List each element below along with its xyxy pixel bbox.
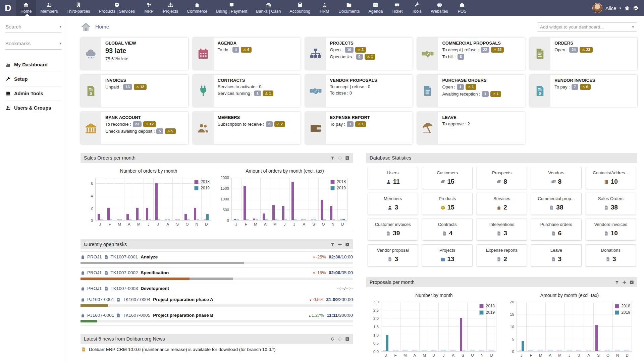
stat-card-leave[interactable]: Leave3 (531, 244, 581, 266)
nav-item-members[interactable]: Members (36, 0, 62, 16)
warning-badge[interactable]: ⚠4 (241, 47, 252, 53)
widget-commercial-proposals[interactable]: COMMERCIAL PROPOSALSTo accept | refuse :… (417, 38, 525, 70)
nav-item-mrp[interactable]: MRP (139, 0, 159, 16)
project-link[interactable]: PROJ1 (87, 254, 102, 259)
warning-badge[interactable]: ⚠1 (263, 90, 273, 96)
warning-badge[interactable]: ⚠2 (355, 47, 366, 53)
sidebar-item-admin-tools[interactable]: Admin Tools (5, 86, 61, 101)
widget-purchase-orders[interactable]: PURCHASE ORDERSOpen :1⚠1Awaiting recepti… (417, 75, 525, 107)
widget-projects[interactable]: PROJECTSOpen :10⚠2Open tasks :9⚠1 (305, 38, 413, 70)
nav-item-agenda[interactable]: Agenda (364, 0, 387, 16)
stat-card-customer-invoices[interactable]: Customer invoices39 (368, 219, 418, 241)
stat-card-expense-reports[interactable]: Expense reports2 (477, 244, 527, 266)
warning-badge[interactable]: ⚠1 (490, 91, 501, 97)
sidebar-item-users-groups[interactable]: Users & Groups (5, 101, 61, 115)
task-ref-link[interactable]: TK1607-0004 (123, 297, 150, 302)
stat-card-customers[interactable]: Customers15 (422, 167, 472, 189)
widget-bank-account[interactable]: BANK ACCOUNTTo reconcile :23⚠12Checks aw… (80, 112, 188, 144)
nav-item-projects[interactable]: Projects (159, 0, 182, 16)
nav-item-third-parties[interactable]: Third-parties (62, 0, 94, 16)
warning-badge[interactable]: ⚠12 (134, 84, 147, 90)
nav-item-products-services[interactable]: Products | Services (95, 0, 139, 16)
task-ref-link[interactable]: TK1607-0005 (123, 313, 150, 318)
close-icon[interactable] (345, 242, 350, 247)
sidebar-item-my-dashboard[interactable]: My Dashboard (5, 58, 61, 72)
refresh-icon[interactable] (330, 337, 335, 341)
app-logo[interactable]: D (0, 0, 16, 16)
nav-item-billing-payment[interactable]: Billing | Payment (212, 0, 252, 16)
stat-card-sales-orders[interactable]: Sales Orders38 (586, 193, 636, 215)
count-badge[interactable]: 9 (356, 54, 363, 60)
filter-icon[interactable] (615, 280, 619, 285)
warning-badge[interactable]: ⚠6 (580, 84, 591, 90)
task-ref-link[interactable]: TK1007-0001 (111, 254, 138, 259)
count-badge[interactable]: 13 (123, 84, 132, 90)
bug-icon[interactable] (624, 5, 630, 11)
warning-badge[interactable]: ⚠1 (365, 54, 375, 60)
count-badge[interactable]: 6 (458, 54, 464, 60)
nav-item-pos[interactable]: POS (452, 0, 472, 16)
add-widget-select[interactable]: Add widget to your dashboard... ▾ (537, 22, 637, 32)
nav-item-websites[interactable]: Websites (426, 0, 452, 16)
stat-card-projects[interactable]: Projects13 (422, 244, 472, 266)
nav-item-ticket[interactable]: Ticket (387, 0, 407, 16)
stat-card-donations[interactable]: Donations3 (586, 244, 636, 266)
widget-vendor-proposals[interactable]: VENDOR PROPOSALSTo accept | refuse : 0To… (305, 75, 413, 107)
task-ref-link[interactable]: TK1007-0002 (111, 270, 138, 275)
nav-item-banks-cash[interactable]: Banks | Cash (252, 0, 285, 16)
project-link[interactable]: PROJ1 (87, 270, 102, 275)
task-ref-link[interactable]: TK1007-0003 (111, 286, 138, 291)
search-dropdown[interactable]: Search ▾ (5, 24, 61, 33)
chevron-down-icon[interactable]: ▾ (619, 6, 621, 10)
widget-global-view[interactable]: GLOBAL VIEW93 late75.61% late (80, 38, 188, 70)
move-icon[interactable] (622, 280, 627, 285)
warning-badge[interactable]: ⚠12 (143, 121, 156, 127)
count-badge[interactable]: 1 (457, 84, 464, 90)
nav-item-commerce[interactable]: Commerce (182, 0, 212, 16)
move-icon[interactable] (338, 242, 342, 247)
news-item-title[interactable]: Dolibarr ERP CRM 10.0.6 (maintenance rel… (89, 347, 276, 352)
stat-card-vendors-invoices[interactable]: Vendors invoices10 (586, 219, 636, 241)
count-badge[interactable]: 5 (156, 128, 163, 134)
warning-badge[interactable]: ⚠23 (580, 47, 592, 53)
stat-card-interventions[interactable]: Interventions3 (477, 219, 527, 241)
nav-item-accounting[interactable]: Accounting (285, 0, 315, 16)
nav-item-tools[interactable]: Tools (407, 0, 426, 16)
user-avatar[interactable] (592, 3, 602, 13)
project-link[interactable]: PROJ1 (87, 286, 102, 291)
count-badge[interactable]: 2 (266, 121, 273, 127)
widget-leave[interactable]: LEAVETo approve : 2 (417, 112, 525, 144)
count-badge[interactable]: 22 (481, 47, 489, 53)
bookmarks-dropdown[interactable]: Bookmarks ▾ (5, 41, 61, 50)
widget-contracts[interactable]: CONTRACTSServices to activate : 0Service… (193, 75, 301, 107)
nav-item-documents[interactable]: Documents (334, 0, 364, 16)
nav-item-hrm[interactable]: HRM (315, 0, 334, 16)
count-badge[interactable]: 1 (254, 90, 261, 96)
stat-card-products[interactable]: Products15 (422, 193, 472, 215)
user-name[interactable]: Alice (605, 5, 616, 11)
count-badge[interactable]: 24 (569, 47, 578, 53)
project-link[interactable]: PJ1607-0001 (87, 297, 114, 302)
count-badge[interactable]: 23 (133, 121, 142, 127)
move-icon[interactable] (338, 156, 342, 160)
sidebar-item-setup[interactable]: Setup (5, 72, 61, 86)
project-link[interactable]: PJ1607-0001 (87, 313, 114, 318)
stat-card-contracts[interactable]: Contracts4 (422, 219, 472, 241)
close-icon[interactable] (345, 337, 350, 341)
count-badge[interactable]: 7 (572, 84, 578, 90)
stat-card-users[interactable]: Users11 (368, 167, 418, 189)
widget-members[interactable]: MEMBERSSubscription to receive :2⚠2 (193, 112, 301, 144)
count-badge[interactable]: 4 (232, 47, 239, 53)
move-icon[interactable] (338, 337, 342, 341)
filter-icon[interactable] (330, 242, 335, 247)
widget-expense-report[interactable]: EXPENSE REPORTTo pay :1⚠1 (305, 112, 413, 144)
warning-badge[interactable]: ⚠1 (466, 84, 476, 90)
close-icon[interactable] (345, 156, 350, 160)
count-badge[interactable]: 1 (482, 91, 489, 97)
breadcrumb[interactable]: Home (95, 24, 109, 30)
stat-card-members[interactable]: Members3 (368, 193, 418, 215)
print-icon[interactable] (633, 5, 639, 11)
filter-icon[interactable] (330, 156, 335, 160)
widget-orders[interactable]: ORDERSOpen :24⚠23 (530, 38, 637, 70)
stat-card-purchase-orders[interactable]: Purchase orders6 (531, 219, 581, 241)
